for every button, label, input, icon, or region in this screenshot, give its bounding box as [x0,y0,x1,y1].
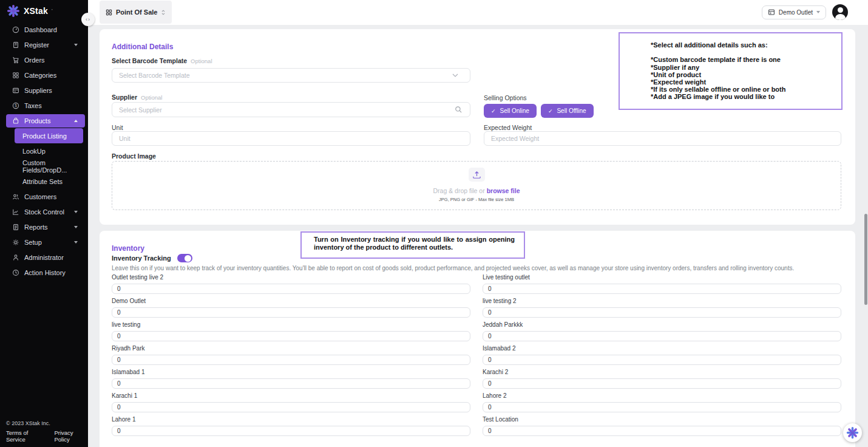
outlet-label: Karachi 1 [112,392,470,399]
brand-logo: XStak' [0,0,88,17]
outlet-quantity-input[interactable] [112,284,470,294]
sidebar-subitem-label: Attribute Sets [22,178,63,185]
sidebar-subitem-label: Custom Fields/DropD... [22,159,88,174]
outlet-selector-label: Demo Outlet [779,9,813,16]
chevron-down-icon [74,241,78,244]
sidebar-item-label: Categories [24,72,56,79]
sidebar-item-suppliers[interactable]: Suppliers [0,83,88,98]
outlet-quantity-input[interactable] [483,355,841,365]
sidebar-item-setup[interactable]: Setup [0,234,88,250]
outlet-field: Karachi 2 [483,369,841,389]
sidebar-item-taxes[interactable]: $ Taxes [0,98,88,113]
annotation-inventory-note: Turn on Inventory tracking if you would … [300,231,525,259]
outlet-label: Lahore 2 [483,392,841,399]
supplier-search-input[interactable] [112,102,470,117]
brand-name: XStak [24,6,48,16]
bag-icon [12,117,19,125]
barcode-template-label: Select Barcode TemplateOptional [112,57,212,64]
outlet-field: Outlet testing live 2 [112,274,470,294]
dropzone-text: Drag & drop file or browse file [112,187,841,194]
outlet-label: Riyadh Park [112,345,470,352]
grid-icon [106,9,112,16]
chat-widget-button[interactable] [843,423,862,442]
outlet-selector[interactable]: Demo Outlet [762,5,826,19]
outlet-label: Jeddah Parkkk [483,321,841,328]
main-content: Additional Details Select Barcode Templa… [88,25,868,447]
outlet-field: live testing [112,321,470,341]
sidebar-item-label: Administrator [24,254,64,261]
terms-of-service-link[interactable]: Terms of Service [6,429,46,443]
outlet-label: Outlet testing live 2 [112,274,470,281]
sidebar-item-label: Suppliers [24,87,52,94]
page: { "brand": { "name": "XStak" }, "topbar"… [0,0,868,447]
sidebar-item-reports[interactable]: Reports [0,219,88,234]
outlet-quantity-input[interactable] [112,355,470,365]
outlet-field: Lahore 2 [483,392,841,412]
register-icon [12,41,19,49]
svg-text:$: $ [15,103,17,107]
outlet-field: live testing 2 [483,298,841,318]
outlet-quantity-input[interactable] [483,331,841,341]
inventory-tracking-toggle[interactable] [177,254,192,262]
sidebar-item-action-history[interactable]: Action History [0,265,88,280]
sidebar-subitem-product-listing[interactable]: Product Listing [15,128,83,143]
outlet-quantity-input[interactable] [483,378,841,389]
supplier-icon [12,87,19,94]
workspace-switcher[interactable]: Point Of Sale [100,1,172,24]
product-image-dropzone[interactable]: Drag & drop file or browse file JPG, PNG… [112,161,841,210]
expected-weight-input[interactable] [484,131,841,146]
sidebar-item-label: Taxes [24,102,42,109]
outlet-quantity-input[interactable] [112,378,470,389]
sidebar-subitem-custom-fields[interactable]: Custom Fields/DropD... [0,159,88,174]
browse-file-link[interactable]: browse file [487,187,520,194]
sidebar-item-stock-control[interactable]: Stock Control [0,204,88,219]
outlet-label: Islamabad 1 [112,369,470,375]
sidebar-item-dashboard[interactable]: Dashboard [0,22,88,37]
privacy-policy-link[interactable]: Privacy Policy [54,429,88,443]
supplier-label: SupplierOptional [112,94,162,101]
sidebar-item-administrator[interactable]: Administrator [0,250,88,265]
outlet-field: Live testing outlet [483,274,841,294]
sidebar-subitem-attribute-sets[interactable]: Attribute Sets [0,174,88,189]
sidebar-item-orders[interactable]: Orders [0,52,88,67]
outlet-quantity-input[interactable] [483,402,841,412]
outlet-quantity-input[interactable] [112,402,470,412]
sort-carets-icon [161,9,166,16]
section-heading-additional-details: Additional Details [112,43,173,51]
outlet-label: Karachi 2 [483,369,841,375]
sidebar-subitem-label: LookUp [22,148,46,155]
expected-weight-label: Expected Weight [484,124,532,131]
outlet-quantity-input[interactable] [112,331,470,341]
sidebar-item-customers[interactable]: Customers [0,189,88,204]
sidebar-item-label: Orders [24,56,45,64]
outlet-quantity-input[interactable] [483,426,841,436]
sidebar: XStak' Dashboard Register Orders Categor… [0,0,88,447]
barcode-template-select[interactable] [112,68,470,83]
sidebar-collapse-button[interactable]: ‹› [81,13,95,26]
unit-input[interactable] [112,131,470,146]
brand-trademark: ' [52,8,53,13]
inventory-description: Leave this on if you want to keep track … [112,265,794,271]
grid-icon [12,72,19,79]
sidebar-item-categories[interactable]: Categories [0,67,88,83]
sell-offline-button[interactable]: ✓ Sell Offline [541,104,594,118]
outlet-quantity-input[interactable] [483,284,841,294]
vertical-scrollbar[interactable] [864,214,867,305]
report-icon [12,224,19,231]
chevron-down-icon [816,11,820,13]
outlet-quantity-input[interactable] [112,307,470,318]
outlet-quantity-input[interactable] [112,426,470,436]
outlet-quantity-grid: Outlet testing live 2 Live testing outle… [112,274,841,436]
sidebar-item-products[interactable]: Products [6,114,85,128]
sidebar-subitem-lookup[interactable]: LookUp [0,143,88,159]
chevron-down-icon [74,211,78,213]
user-avatar[interactable] [832,4,848,20]
sidebar-item-label: Setup [24,239,42,246]
outlet-field: Lahore 1 [112,416,470,436]
sell-online-button[interactable]: ✓ Sell Online [484,104,537,118]
outlet-field: Islamabad 2 [483,345,841,365]
outlet-quantity-input[interactable] [483,307,841,318]
outlet-label: Lahore 1 [112,416,470,423]
sidebar-item-register[interactable]: Register [0,37,88,52]
optional-badge: Optional [191,58,212,64]
